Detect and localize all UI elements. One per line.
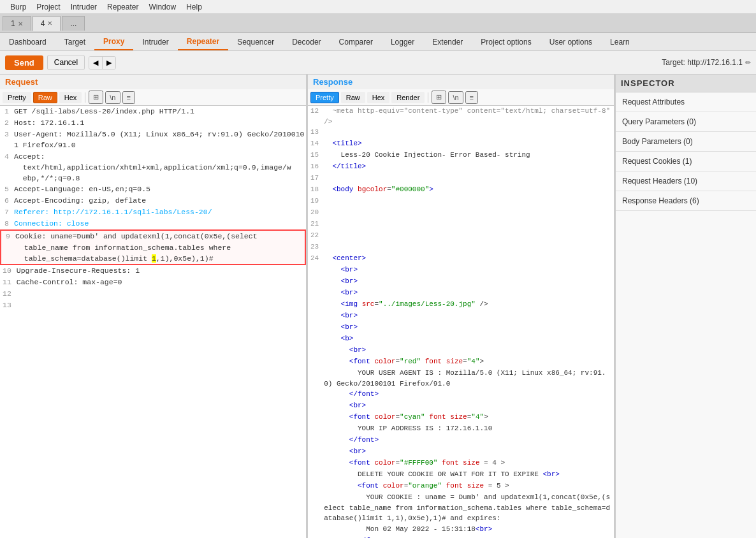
req-line-5: 5 Accept-Language: en-US,en;q=0.5 xyxy=(0,184,306,195)
req-fmt-hex[interactable]: Hex xyxy=(59,92,82,103)
target-label: Target: http://172.16.1.1 xyxy=(662,58,743,67)
req-line-3: 3 User-Agent: Mozilla/5.0 (X11; Linux x8… xyxy=(0,129,306,151)
edit-icon[interactable]: ✏ xyxy=(745,59,751,67)
resp-line-18: 18 <body bgcolor="#000000"> xyxy=(308,184,614,196)
resp-fmt-hex[interactable]: Hex xyxy=(367,92,390,103)
nav-comparer[interactable]: Comparer xyxy=(330,33,382,50)
resp-line-21: 21 xyxy=(308,219,614,230)
nav-intruder[interactable]: Intruder xyxy=(133,33,177,50)
response-code-area[interactable]: 12 ~meta http-equiv="content-type" conte… xyxy=(308,106,614,538)
resp-line-23: 23 xyxy=(308,242,614,253)
resp-line-32: 32 <br> xyxy=(308,345,614,356)
inspector-response-headers[interactable]: Response Headers (6) xyxy=(616,191,756,211)
req-line-8: 8 Connection: close xyxy=(0,218,306,229)
resp-line-19: 19 xyxy=(308,196,614,207)
resp-fmt-table[interactable]: ⊞ xyxy=(432,91,446,104)
req-line-10: 10 Upgrade-Insecure-Requests: 1 xyxy=(0,265,306,277)
req-fmt-pretty[interactable]: Pretty xyxy=(3,92,31,103)
target-info: Target: http://172.16.1.1 ✏ xyxy=(662,58,751,67)
resp-fmt-menu[interactable]: ≡ xyxy=(465,91,478,104)
resp-line-12: 12 ~meta http-equiv="content-type" conte… xyxy=(308,106,614,127)
resp-line-31: 31 <b> xyxy=(308,333,614,345)
response-panel: Response Pretty Raw Hex Render ⊞ \n ≡ 12… xyxy=(308,75,616,538)
menu-project[interactable]: Project xyxy=(31,1,65,13)
resp-line-15: 15 Less-20 Cookie Injection- Error Based… xyxy=(308,150,614,161)
tab-more[interactable]: ... xyxy=(62,16,85,31)
nav-extender[interactable]: Extender xyxy=(423,33,472,50)
menu-intruder[interactable]: Intruder xyxy=(66,1,102,13)
nav-project-options[interactable]: Project options xyxy=(472,33,540,50)
resp-line-35: 35 </font> xyxy=(308,389,614,400)
req-fmt-raw[interactable]: Raw xyxy=(33,92,57,103)
req-fmt-table[interactable]: ⊞ xyxy=(89,91,103,104)
req-line-1: 1 GET /sqli-labs/Less-20/index.php HTTP/… xyxy=(0,106,306,117)
req-line-12: 12 xyxy=(0,288,306,300)
request-code-area[interactable]: 1 GET /sqli-labs/Less-20/index.php HTTP/… xyxy=(0,106,306,538)
inspector-title: INSPECTOR xyxy=(616,75,756,92)
nav-proxy[interactable]: Proxy xyxy=(94,33,133,50)
resp-line-27: 27 <br> xyxy=(308,287,614,299)
resp-line-33: 33 <font color="red" font size="4"> xyxy=(308,356,614,368)
resp-line-46: 46 </font> xyxy=(308,535,614,539)
resp-line-25: 25 <br> xyxy=(308,265,614,276)
resp-line-30: 30 <br> xyxy=(308,322,614,333)
req-line-6: 6 Accept-Encoding: gzip, deflate xyxy=(0,195,306,207)
nav-sequencer[interactable]: Sequencer xyxy=(228,33,283,50)
resp-fmt-raw[interactable]: Raw xyxy=(341,92,365,103)
req-fmt-nl[interactable]: \n xyxy=(105,91,120,104)
resp-line-38: 38 YOUR IP ADDRESS IS : 172.16.1.10 xyxy=(308,423,614,435)
req-fmt-menu[interactable]: ≡ xyxy=(122,91,135,104)
inspector-query-parameters[interactable]: Query Parameters (0) xyxy=(616,112,756,132)
resp-line-40: 40 <br> xyxy=(308,446,614,458)
fmt-sep1 xyxy=(85,92,85,103)
next-arrow[interactable]: ▶ xyxy=(103,57,115,69)
menu-repeater[interactable]: Repeater xyxy=(102,1,143,13)
request-title: Request xyxy=(0,75,306,89)
req-line-13: 13 xyxy=(0,300,306,311)
inspector-request-attributes[interactable]: Request Attributes xyxy=(616,92,756,112)
main-panels: Request Pretty Raw Hex ⊞ \n ≡ 1 GET /sql… xyxy=(0,75,756,538)
resp-fmt-pretty[interactable]: Pretty xyxy=(310,92,339,103)
tab-4-close[interactable]: ✕ xyxy=(47,20,52,27)
tab-1[interactable]: 1 ✕ xyxy=(3,16,31,31)
request-format-bar: Pretty Raw Hex ⊞ \n ≡ xyxy=(0,89,306,106)
nav-logger[interactable]: Logger xyxy=(382,33,423,50)
resp-fmt-nl[interactable]: \n xyxy=(448,91,463,104)
resp-line-37: 37 <font color="cyan" font size="4"> xyxy=(308,412,614,423)
tab-1-close[interactable]: ✕ xyxy=(18,20,23,27)
nav-repeater[interactable]: Repeater xyxy=(178,33,228,50)
nav-dashboard[interactable]: Dashboard xyxy=(0,33,55,50)
menu-window[interactable]: Window xyxy=(143,1,181,13)
cancel-button[interactable]: Cancel xyxy=(47,55,85,70)
nav-bar: Dashboard Target Proxy Intruder Repeater… xyxy=(0,33,756,51)
resp-line-34: 34 YOUR USER AGENT IS : Mozilla/5.0 (X11… xyxy=(308,368,614,389)
tab-4[interactable]: 4 ✕ xyxy=(33,16,61,31)
resp-line-41: 41 <font color="#FFFF00" font size = 4 > xyxy=(308,458,614,469)
nav-decoder[interactable]: Decoder xyxy=(283,33,330,50)
resp-line-13: 13 xyxy=(308,127,614,138)
resp-line-44: 44 YOUR COOKIE : uname = Dumb' and updat… xyxy=(308,492,614,524)
resp-fmt-render[interactable]: Render xyxy=(391,92,425,103)
resp-line-36: 36 <br> xyxy=(308,400,614,412)
resp-line-20: 20 xyxy=(308,207,614,219)
nav-learn[interactable]: Learn xyxy=(601,33,639,50)
tab-1-label: 1 xyxy=(11,19,15,28)
resp-line-26: 26 <br> xyxy=(308,276,614,287)
send-button[interactable]: Send xyxy=(5,55,43,70)
req-line-7: 7 Referer: http://172.16.1.1/sqli-labs/L… xyxy=(0,207,306,218)
menu-burp[interactable]: Burp xyxy=(5,1,31,13)
inspector-request-cookies[interactable]: Request Cookies (1) xyxy=(616,152,756,171)
resp-fmt-sep xyxy=(428,92,428,103)
nav-target[interactable]: Target xyxy=(55,33,94,50)
resp-line-29: 29 <br> xyxy=(308,310,614,322)
menu-help[interactable]: Help xyxy=(181,1,207,13)
tab-4-label: 4 xyxy=(41,19,45,28)
nav-user-options[interactable]: User options xyxy=(541,33,601,50)
resp-line-16: 16 </title> xyxy=(308,161,614,173)
prev-arrow[interactable]: ◀ xyxy=(89,57,102,69)
inspector-body-parameters[interactable]: Body Parameters (0) xyxy=(616,132,756,152)
inspector-request-headers[interactable]: Request Headers (10) xyxy=(616,171,756,191)
inspector-panel: INSPECTOR Request Attributes Query Param… xyxy=(616,75,756,538)
resp-line-39: 39 </font> xyxy=(308,435,614,446)
req-line-9: 9 Cookie: uname=Dumb' and updatexml(1,co… xyxy=(0,229,306,265)
